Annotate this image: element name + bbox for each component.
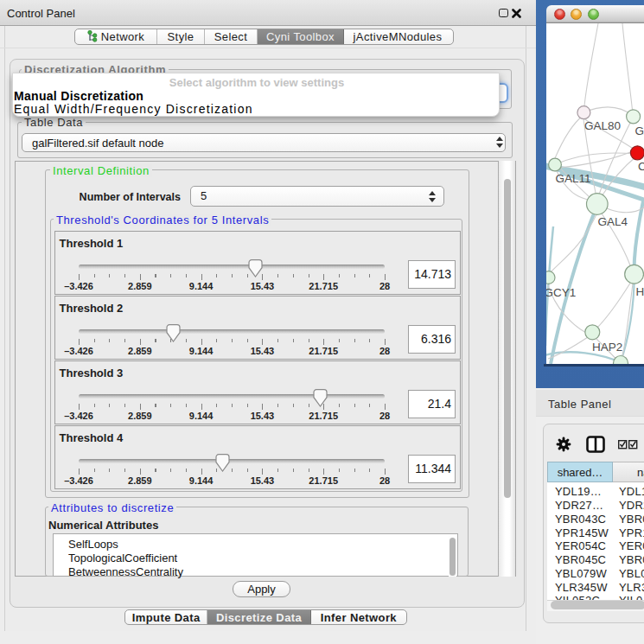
svg-text:GCY1: GCY1 — [546, 286, 576, 299]
svg-text:GA: GA — [635, 124, 644, 137]
svg-text:C: C — [638, 160, 644, 173]
svg-text:HAP2: HAP2 — [592, 341, 622, 354]
svg-text:GAL11: GAL11 — [556, 172, 591, 185]
svg-text:GAL4: GAL4 — [598, 215, 628, 228]
svg-text:GAL80: GAL80 — [584, 119, 621, 132]
svg-text:H: H — [636, 285, 644, 298]
